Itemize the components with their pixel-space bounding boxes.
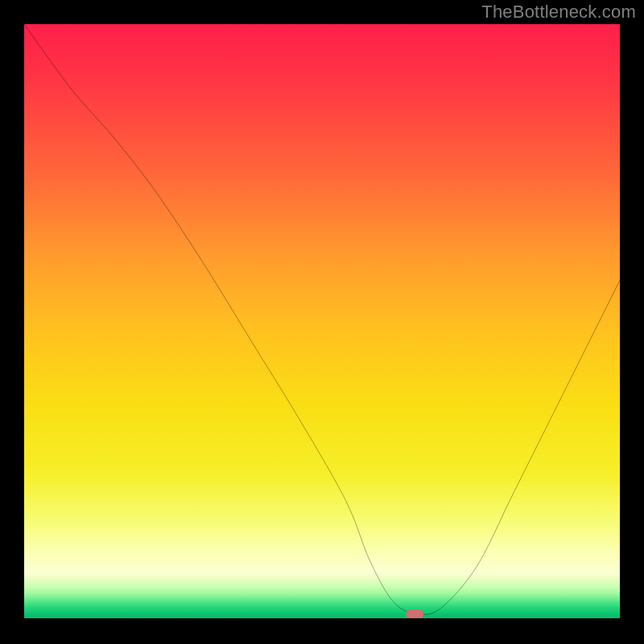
minimum-marker bbox=[406, 609, 423, 619]
plot-area bbox=[24, 24, 620, 620]
baseline bbox=[24, 618, 620, 620]
watermark-text: TheBottleneck.com bbox=[481, 2, 636, 23]
curve-path bbox=[24, 24, 620, 614]
bottleneck-curve bbox=[24, 24, 620, 620]
chart-frame: TheBottleneck.com bbox=[0, 0, 644, 644]
